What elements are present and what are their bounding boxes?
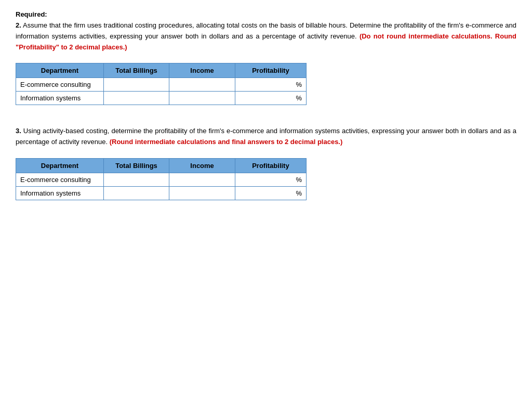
question3-text: 3. Using activity-based costing, determi… [16, 126, 516, 148]
q3-row2-billings-input[interactable] [106, 188, 167, 198]
table2-header-row: Department Total Billings Income Profita… [16, 63, 307, 78]
q3-row2-pct-sign: % [296, 189, 304, 197]
table-row: Information systems % [16, 92, 307, 105]
q2-row1-profitability-wrapper: % [237, 80, 304, 89]
q3-row2-profitability-input[interactable] [237, 188, 295, 198]
table-row: E-commerce consulting % [16, 78, 307, 92]
q3-row2-billings-cell [103, 186, 169, 200]
q3-row2-profitability-wrapper: % [237, 188, 304, 198]
question2-number: 2. [16, 21, 21, 29]
table2-col-income: Income [169, 63, 235, 78]
table3-col-billings: Total Billings [103, 158, 169, 173]
table2-col-dept: Department [16, 63, 104, 78]
table3-col-income: Income [169, 158, 235, 173]
q2-row2-income-cell [169, 92, 235, 105]
q3-row1-dept: E-commerce consulting [16, 173, 104, 186]
question2-block: Required: 2. Assume that the firm uses t… [16, 10, 516, 105]
q2-row2-pct-sign: % [296, 94, 304, 102]
table3-header-row: Department Total Billings Income Profita… [16, 158, 307, 173]
q2-row1-billings-input[interactable] [106, 80, 167, 89]
required-label: Required: [16, 10, 516, 18]
q3-row1-income-input[interactable] [171, 175, 233, 185]
question3-block: 3. Using activity-based costing, determi… [16, 126, 516, 200]
q3-row1-pct-sign: % [296, 176, 304, 184]
question3-table-container: Department Total Billings Income Profita… [16, 158, 516, 200]
q3-row2-income-cell [169, 186, 235, 200]
question2-table: Department Total Billings Income Profita… [16, 63, 307, 105]
question3-highlight: (Round intermediate calculations and fin… [110, 138, 343, 146]
q2-row1-profitability-cell: % [235, 78, 306, 92]
q3-row1-income-cell [169, 173, 235, 186]
q3-row1-profitability-wrapper: % [237, 175, 304, 185]
question2-table-container: Department Total Billings Income Profita… [16, 63, 516, 105]
table2-col-billings: Total Billings [103, 63, 169, 78]
q3-row2-dept: Information systems [16, 186, 104, 200]
q3-row2-income-input[interactable] [171, 188, 233, 198]
q3-row1-billings-input[interactable] [106, 175, 167, 185]
table2-col-profitability: Profitability [235, 63, 306, 78]
q2-row2-dept: Information systems [16, 92, 104, 105]
q2-row1-income-cell [169, 78, 235, 92]
q2-row2-profitability-input[interactable] [237, 93, 295, 103]
question2-text: 2. Assume that the firm uses traditional… [16, 20, 516, 53]
table3-col-dept: Department [16, 158, 104, 173]
q2-row2-billings-input[interactable] [106, 93, 167, 103]
q2-row2-profitability-wrapper: % [237, 93, 304, 103]
q3-row1-profitability-cell: % [235, 173, 306, 186]
q2-row1-dept: E-commerce consulting [16, 78, 104, 92]
table-row: E-commerce consulting % [16, 173, 307, 186]
q2-row2-billings-cell [103, 92, 169, 105]
q2-row1-profitability-input[interactable] [237, 80, 295, 89]
q2-row2-income-input[interactable] [171, 93, 233, 103]
q2-row2-profitability-cell: % [235, 92, 306, 105]
question3-table: Department Total Billings Income Profita… [16, 158, 307, 200]
q2-row1-billings-cell [103, 78, 169, 92]
q2-row1-income-input[interactable] [171, 80, 233, 89]
q3-row2-profitability-cell: % [235, 186, 306, 200]
q3-row1-billings-cell [103, 173, 169, 186]
question3-number: 3. [16, 127, 21, 135]
q2-row1-pct-sign: % [296, 81, 304, 88]
q3-row1-profitability-input[interactable] [237, 175, 295, 185]
table-row: Information systems % [16, 186, 307, 200]
table3-col-profitability: Profitability [235, 158, 306, 173]
